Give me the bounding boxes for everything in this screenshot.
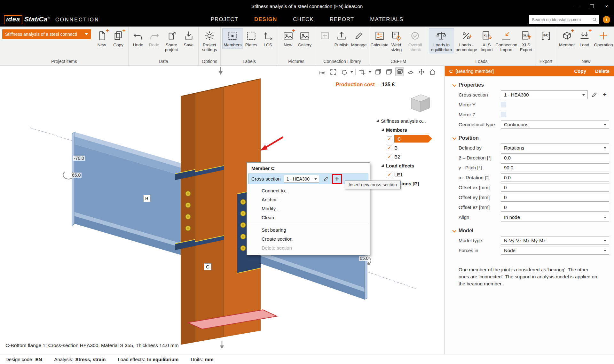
ribbon-item-undo[interactable]: Undo [130,28,146,49]
collapse-icon[interactable] [381,128,384,131]
view-transparent-icon[interactable] [384,67,393,76]
minimize-button[interactable]: — [570,0,585,12]
tab-project[interactable]: PROJECT [204,14,245,25]
view-wireframe-icon[interactable] [374,67,382,76]
ribbon-item-plates-labels[interactable]: Plates [243,28,260,49]
ribbon-item-xls-export[interactable]: XLS XLS Export [518,28,534,53]
tab-materials[interactable]: MATERIALS [364,14,410,25]
ribbon-item-publish[interactable]: Publish [333,28,350,49]
ribbon-item-new-operation[interactable]: Operation [593,28,614,49]
cross-section-dropdown[interactable]: 1 - HEA300 [284,175,319,183]
alpha-rotation-input[interactable] [501,173,609,182]
tab-design[interactable]: DESIGN [248,14,283,25]
operation-plus-icon [596,29,610,42]
cross-section-select[interactable]: 1 - HEA300 [501,90,588,99]
copy-member-button[interactable]: Copy [574,68,586,74]
collapse-icon[interactable] [376,120,379,122]
ribbon-item-loads-in-equilibrium[interactable]: Loads in equilibrium [429,28,454,53]
plates-view-icon[interactable] [406,67,415,76]
defined-by-select[interactable]: Rotations [501,143,609,152]
gamma-pitch-input[interactable] [501,163,609,172]
tree-root[interactable]: Stiffness analysis o... [376,116,445,125]
model-type-select[interactable]: N-Vy-Vz-Mx-My-Mz [501,236,609,245]
collapse-icon[interactable] [381,164,384,167]
publish-icon [335,29,349,42]
tree-item-le1[interactable]: ✓ LE1 [376,170,445,179]
ribbon-item-ifc-export[interactable]: IFC [538,28,554,44]
delete-member-button[interactable]: Delete [595,68,610,74]
ribbon-item-weld-sizing[interactable]: Weld sizing [388,28,405,53]
ribbon-item-new-picture[interactable]: + New [280,28,296,49]
section-model[interactable]: Model [445,226,614,236]
tree-load-effects-header[interactable]: Load effects [376,161,445,170]
menu-item-anchor[interactable]: Anchor... [247,195,370,204]
home-view-icon[interactable] [428,67,437,76]
checkbox-checked[interactable]: ✓ [387,172,392,177]
beta-direction-input[interactable] [501,153,609,162]
member-label-b[interactable]: B [143,195,150,202]
selected-item-banner[interactable]: C [394,135,432,143]
ribbon-item-calculate[interactable]: Calculate [372,28,388,49]
offset-ey-input[interactable] [501,193,609,202]
section-position[interactable]: Position [445,133,614,143]
3d-scene[interactable] [0,66,445,354]
ribbon-item-manage[interactable]: Manage [350,28,368,49]
maximize-button[interactable] [585,0,599,12]
ribbon-item-new-load[interactable]: + Load [576,28,593,49]
menu-item-clean[interactable]: Clean [247,213,370,222]
dimension-icon[interactable] [318,67,327,76]
ribbon-item-new-member[interactable]: + Member [558,28,576,49]
checkbox-checked[interactable]: ✓ [387,154,392,159]
menu-item-modify[interactable]: Modify... [247,204,370,213]
checkbox-checked[interactable]: ✓ [387,145,392,150]
info-icon[interactable]: i [603,16,610,23]
fit-view-icon[interactable] [329,67,337,76]
ribbon-item-connection-import[interactable]: Connection Import [495,28,518,53]
ribbon-item-gallery[interactable]: Gallery [296,28,313,49]
add-cross-section-button[interactable]: + [601,91,609,99]
mirror-z-checkbox[interactable] [501,112,506,117]
clip-view-icon[interactable] [358,67,366,76]
tab-report[interactable]: REPORT [323,14,361,25]
tree-members-header[interactable]: Members [376,125,445,134]
edit-cross-section-button[interactable] [590,91,598,99]
3d-viewport[interactable]: Production cost - 135 € B C -70.0 65.0 6… [0,66,445,354]
section-properties[interactable]: Properties [445,80,614,90]
navigation-cube[interactable] [405,89,433,118]
rotate-view-icon[interactable] [340,67,348,76]
ribbon-item-new-project[interactable]: + New [93,28,110,49]
move-view-icon[interactable] [417,67,426,76]
ribbon-item-xls-import[interactable]: XLS XLS Import [479,28,495,53]
geometrical-type-select[interactable]: Continuous [501,120,609,129]
view-solid-icon[interactable] [395,67,404,76]
offset-ez-input[interactable] [501,203,609,212]
add-cross-section-button[interactable]: + [333,175,341,183]
mirror-y-checkbox[interactable] [501,102,506,107]
ribbon-item-members-labels[interactable]: Members [222,28,243,49]
edit-cross-section-button[interactable] [322,175,330,183]
member-b-beam[interactable] [72,132,181,255]
search-input[interactable] [532,17,592,22]
ribbon-item-share-project[interactable]: Share project [162,28,181,53]
search-box[interactable] [529,15,599,24]
align-select[interactable]: In node [501,213,609,221]
menu-item-set-bearing[interactable]: Set bearing [247,226,370,235]
chevron-down-icon[interactable] [350,71,353,74]
ribbon-item-save[interactable]: Save [181,28,197,49]
menu-item-create-section[interactable]: Create section [247,235,370,244]
tab-check[interactable]: CHECK [287,14,320,25]
offset-ex-input[interactable] [501,183,609,192]
forces-in-select[interactable]: Node [501,246,609,255]
ribbon-item-copy-project[interactable]: + Copy [110,28,127,49]
chevron-down-icon[interactable] [369,71,371,74]
checkbox-checked[interactable]: ✓ [387,136,392,141]
ribbon-item-lcs[interactable]: LCS [260,28,276,49]
ribbon-item-loads-percentage[interactable]: Loads - percentage [454,28,479,53]
project-selector-dropdown[interactable]: Stiffness analysis of a steel connecti [2,29,91,39]
close-button[interactable]: × [599,0,614,12]
tree-item-b2[interactable]: ✓ B2 [376,152,445,161]
tree-item-b[interactable]: ✓ B [376,143,445,152]
member-label-c[interactable]: C [204,263,211,270]
tree-item-c[interactable]: ✓ C [376,134,445,143]
ribbon-item-project-settings[interactable]: Project settings [200,28,219,53]
